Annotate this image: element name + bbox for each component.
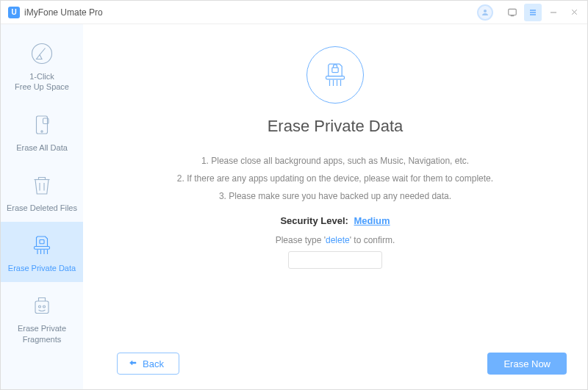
svg-rect-26 bbox=[326, 76, 345, 79]
footer: Back Erase Now bbox=[104, 353, 567, 378]
svg-point-0 bbox=[484, 10, 487, 12]
back-arrow-icon bbox=[128, 359, 138, 368]
sidebar-item-label: 1-Click Free Up Space bbox=[15, 71, 69, 93]
sidebar-item-erase-deleted-files[interactable]: Erase Deleted Files bbox=[1, 162, 83, 222]
instruction-line: 2. If there are any apps updating on the… bbox=[177, 170, 493, 187]
svg-point-23 bbox=[39, 306, 41, 308]
sidebar-item-free-up-space[interactable]: 1-Click Free Up Space bbox=[1, 30, 83, 101]
avatar-icon[interactable] bbox=[477, 4, 493, 21]
back-button[interactable]: Back bbox=[117, 353, 179, 375]
sidebar-item-erase-private-data[interactable]: Erase Private Data bbox=[1, 222, 83, 282]
shredder-icon bbox=[29, 232, 55, 259]
sidebar-item-label: Erase Private Data bbox=[8, 263, 76, 273]
feedback-icon[interactable] bbox=[503, 4, 521, 21]
trash-icon bbox=[29, 172, 55, 198]
sidebar-item-label: Erase All Data bbox=[16, 142, 68, 153]
svg-rect-17 bbox=[35, 247, 50, 250]
back-button-label: Back bbox=[143, 358, 164, 369]
svg-rect-1 bbox=[509, 9, 517, 15]
minimize-button[interactable] bbox=[545, 4, 562, 21]
svg-point-11 bbox=[41, 130, 43, 131]
confirm-input[interactable] bbox=[288, 251, 382, 269]
erase-private-hero-icon bbox=[306, 46, 364, 104]
page-title: Erase Private Data bbox=[268, 117, 404, 136]
sidebar-item-label: Erase Deleted Files bbox=[7, 203, 77, 213]
instruction-line: 3. Please make sure you have backed up a… bbox=[177, 187, 493, 205]
svg-point-24 bbox=[43, 306, 46, 308]
svg-line-9 bbox=[40, 48, 46, 55]
svg-rect-16 bbox=[40, 240, 44, 244]
svg-point-8 bbox=[32, 44, 52, 64]
instruction-list: 1. Please close all background apps, suc… bbox=[177, 152, 493, 205]
sidebar: 1-Click Free Up Space Erase All Data Era… bbox=[1, 24, 83, 389]
instruction-line: 1. Please close all background apps, suc… bbox=[177, 152, 493, 170]
sidebar-item-erase-all-data[interactable]: Erase All Data bbox=[1, 101, 83, 162]
phone-erase-icon bbox=[29, 112, 55, 138]
security-level-value[interactable]: Medium bbox=[354, 215, 390, 226]
sidebar-item-erase-private-fragments[interactable]: Erase Private Fragments bbox=[1, 282, 83, 353]
fragments-icon bbox=[29, 292, 55, 319]
close-button[interactable] bbox=[565, 4, 583, 21]
app-title: iMyFone Umate Pro bbox=[24, 7, 103, 18]
erase-now-button[interactable]: Erase Now bbox=[487, 353, 567, 375]
titlebar: U iMyFone Umate Pro bbox=[1, 1, 587, 24]
app-logo-icon: U bbox=[8, 7, 20, 18]
sidebar-item-label: Erase Private Fragments bbox=[18, 323, 66, 344]
confirm-instruction: Please type 'delete' to confirm. bbox=[276, 235, 395, 245]
broom-icon bbox=[29, 40, 55, 67]
security-level-row: Security Level: Medium bbox=[280, 215, 390, 226]
erase-now-label: Erase Now bbox=[503, 358, 551, 369]
confirm-keyword: delete bbox=[326, 235, 350, 245]
security-level-label: Security Level: bbox=[280, 215, 348, 226]
menu-icon[interactable] bbox=[524, 4, 542, 21]
main-panel: Erase Private Data 1. Please close all b… bbox=[83, 24, 587, 389]
svg-rect-25 bbox=[332, 68, 338, 73]
